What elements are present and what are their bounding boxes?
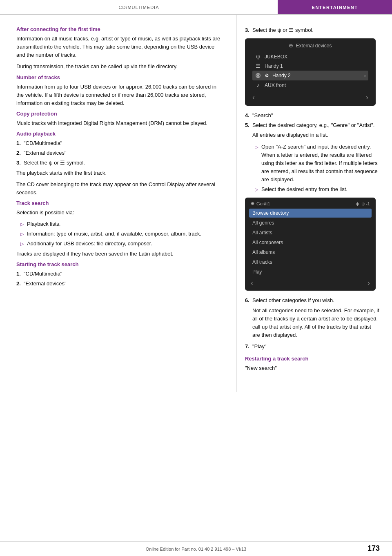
- section-starting-track-search: Starting the track search 1. "CD/Multime…: [16, 261, 224, 288]
- bullet-arrow-3: ▷: [20, 240, 27, 248]
- or-text: or: [54, 160, 59, 166]
- start-step1-num: 1.: [16, 270, 24, 278]
- after-connecting-para2: During transmission, the tracks can be c…: [16, 62, 224, 71]
- device1-item-jukebox: ψ JUKEBOX: [252, 52, 368, 61]
- header-left-label: CD/MULTIMEDIA: [0, 5, 278, 10]
- number-of-tracks-text: Information from up to four USB devices …: [16, 83, 224, 107]
- right-step-6: 6. Select other categories if you wish.: [245, 296, 380, 305]
- jukebox-label: JUKEBOX: [265, 54, 287, 60]
- audio-step3-num: 3.: [16, 159, 24, 167]
- audio-step-2: 2. "External devices": [16, 149, 224, 157]
- track-search-bullet-2: ▷ Information: type of music, artist, an…: [16, 230, 224, 238]
- device1-nav-right: ›: [366, 93, 368, 102]
- track-search-bullet-3: ▷ Additionally for USB devices: file dir…: [16, 240, 224, 248]
- track-search-intro: Selection is possible via:: [16, 209, 224, 217]
- device1-nav: ‹ ›: [251, 93, 370, 102]
- audio-after-text1: The playback starts with the first track…: [16, 170, 107, 176]
- track-search-bullet2-text: Information: type of music, artist, and,…: [27, 230, 201, 238]
- device1-icon: ⊕: [289, 42, 293, 49]
- track-search-bullet3-text: Additionally for USB devices: file direc…: [27, 240, 152, 248]
- device2-nav-right: ›: [368, 279, 370, 287]
- device-screen-2: ⊕ Gerät1 ψ ψ -1 Browse directory All gen…: [245, 198, 376, 291]
- audio-step-1: 1. "CD/Multimedia": [16, 139, 224, 147]
- step5-bullet1-text: Open "A-Z search" and input the desired …: [261, 143, 380, 184]
- track-search-bullet-1: ▷ Playback lists.: [16, 220, 224, 228]
- right-step5-text: Select the desired category, e.g., "Genr…: [252, 121, 374, 129]
- device1-nav-left: ‹: [252, 93, 255, 102]
- aux-label: AUX front: [265, 82, 286, 88]
- right-column: 3. Select the ψ or ☰ symbol. ⊕ External …: [237, 15, 392, 392]
- number-of-tracks-heading: Number of tracks: [16, 74, 224, 80]
- aux-icon: ♪: [255, 82, 261, 88]
- device2-list: Browse directory All genres All artists …: [249, 209, 372, 276]
- step5-note: All entries are displayed in a list.: [245, 131, 380, 139]
- all-artists-item: All artists: [249, 228, 372, 237]
- audio-playback-heading: Audio playback: [16, 131, 224, 137]
- restarting-text: "New search": [245, 364, 380, 372]
- device1-title-text: External devices: [296, 43, 332, 49]
- right-step4-num: 4.: [245, 111, 252, 120]
- start-step2-text: "External devices": [24, 280, 67, 288]
- copy-protection-para: Music tracks with integrated Digital Rig…: [16, 120, 207, 126]
- step6-note: Not all categories need to be selected. …: [245, 307, 380, 340]
- all-tracks-item: All tracks: [249, 258, 372, 267]
- step5-note-text: All entries are displayed in a list.: [252, 132, 328, 138]
- section-track-search: Track search Selection is possible via: …: [16, 200, 224, 258]
- all-artists-label: All artists: [252, 230, 272, 236]
- device2-title-text: Gerät1: [256, 201, 270, 206]
- right-step-5: 5. Select the desired category, e.g., "G…: [245, 121, 380, 129]
- audio-after-text2: The CD cover belonging to the track may …: [16, 181, 215, 196]
- play-item: Play: [249, 267, 372, 276]
- content-area: After connecting for the first time Info…: [0, 15, 392, 392]
- all-genres-item: All genres: [249, 218, 372, 227]
- right-step-4: 4. "Search": [245, 111, 380, 120]
- audio-step2-num: 2.: [16, 149, 24, 157]
- device2-counter: ψ ψ -1: [356, 201, 370, 206]
- start-step2-num: 2.: [16, 280, 24, 288]
- start-step-1: 1. "CD/Multimedia": [16, 270, 224, 278]
- right-step6-num: 6.: [245, 296, 252, 305]
- after-connecting-heading: After connecting for the first time: [16, 26, 224, 32]
- section-audio-playback: Audio playback 1. "CD/Multimedia" 2. "Ex…: [16, 131, 224, 197]
- right-step-7: 7. "Play": [245, 342, 380, 351]
- device2-counter-text: ψ -1: [361, 201, 370, 206]
- all-albums-item: All albums: [249, 248, 372, 257]
- right-step5-num: 5.: [245, 121, 252, 129]
- section-copy-protection: Copy protection Music tracks with integr…: [16, 111, 224, 127]
- page-number: 173: [368, 544, 380, 553]
- header-right-label: ENTERTAINMENT: [278, 0, 392, 14]
- audio-step3-text: Select the ψ or ☰ symbol.: [24, 159, 85, 167]
- handy1-label: Handy 1: [265, 63, 283, 69]
- audio-after-step1: The playback starts with the first track…: [16, 169, 224, 177]
- right-step3-text: Select the ψ or ☰ symbol.: [252, 26, 314, 34]
- or-symbol-right: or: [283, 27, 287, 33]
- starting-track-search-heading: Starting the track search: [16, 261, 224, 267]
- right-step7-num: 7.: [245, 342, 252, 351]
- right-step6-text: Select other categories if you wish.: [252, 296, 334, 305]
- device1-item-handy1: ☰ Handy 1: [252, 61, 368, 71]
- audio-step1-text: "CD/Multimedia": [24, 139, 62, 147]
- footer-text: Online Edition for Part no. 01 40 2 911 …: [146, 547, 246, 552]
- copy-protection-text: Music tracks with integrated Digital Rig…: [16, 119, 224, 127]
- bullet-arrow-1: ▷: [20, 221, 27, 228]
- start-step1-text: "CD/Multimedia": [24, 270, 62, 278]
- track-search-after-bullets: Tracks are displayed if they have been s…: [16, 250, 224, 258]
- all-composers-item: All composers: [249, 238, 372, 247]
- step5-bullet-arrow-1: ▷: [255, 144, 261, 184]
- audio-step-3: 3. Select the ψ or ☰ symbol.: [16, 159, 224, 167]
- page-header: CD/MULTIMEDIA ENTERTAINMENT: [0, 0, 392, 15]
- track-search-intro-text: Selection is possible via:: [16, 209, 74, 216]
- section-after-connecting: After connecting for the first time Info…: [16, 26, 224, 71]
- browse-directory-item: Browse directory: [249, 209, 372, 218]
- step5-bullet2-text: Select the desired entry from the list.: [261, 185, 347, 193]
- page-footer: Online Edition for Part no. 01 40 2 911 …: [0, 541, 392, 556]
- entertainment-label: ENTERTAINMENT: [312, 5, 358, 10]
- audio-step1-num: 1.: [16, 139, 24, 147]
- play-label: Play: [252, 269, 262, 275]
- bullet-arrow-2: ▷: [20, 231, 27, 238]
- after-connecting-para1: Information on all music tracks, e.g. ar…: [16, 35, 224, 59]
- after-connecting-text2: During transmission, the tracks can be c…: [16, 63, 178, 69]
- right-step7-text: "Play": [252, 342, 267, 351]
- device1-item-handy2: ⚙ Handy 2 ›: [252, 71, 368, 80]
- track-search-after-text: Tracks are displayed if they have been s…: [16, 251, 174, 257]
